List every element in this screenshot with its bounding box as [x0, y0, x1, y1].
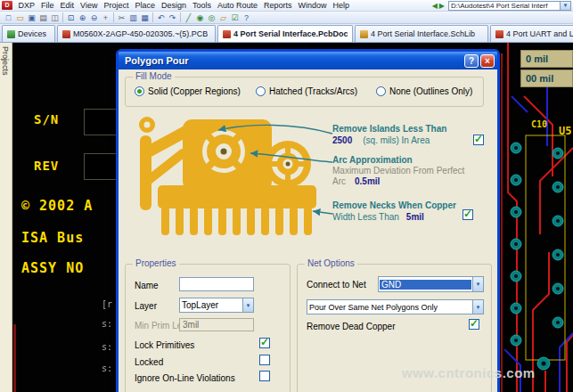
place-polygon-icon[interactable]: ▱ — [217, 12, 229, 23]
save-icon[interactable]: ▣ — [26, 12, 37, 23]
new-document-icon[interactable]: □ — [3, 12, 14, 23]
menu-place[interactable]: Place — [132, 1, 159, 10]
tab-schlib[interactable]: 4 Port Serial Interface.SchLib — [355, 25, 488, 42]
lock-primitives-checkbox[interactable] — [259, 338, 270, 348]
ignore-violations-label: Ignore On-Line Violations — [135, 373, 235, 383]
menu-tools[interactable]: Tools — [189, 1, 214, 10]
place-via-icon[interactable]: ◎ — [206, 12, 217, 23]
radio-hatched-label: Hatched (Tracks/Arcs) — [269, 86, 357, 96]
pour-over-combo[interactable]: Pour Over Same Net Polygons Only ▼ — [307, 299, 484, 314]
dialog-body: Fill Mode Solid (Copper Regions) Hatched… — [119, 69, 497, 392]
print-preview-icon[interactable]: ◫ — [49, 12, 61, 23]
coordinate-readout: 00 mil — [520, 69, 573, 87]
polygon-preview: Remove Islands Less Than 2500(sq. mils) … — [126, 110, 490, 262]
tab-pcb-file[interactable]: M0560X-2AGP-450-020305.~(5).PCB — [57, 25, 216, 42]
pcb-document-icon — [62, 30, 70, 38]
dialog-title-bar[interactable]: Polygon Pour ? × — [119, 52, 497, 69]
cross-probe-icon[interactable]: + — [100, 12, 111, 23]
copy-icon[interactable]: ▥ — [127, 12, 139, 23]
open-folder-icon[interactable]: ▭ — [14, 12, 26, 23]
undo-icon[interactable]: ↶ — [155, 12, 167, 23]
back-icon[interactable]: ◀ — [432, 2, 438, 10]
tab-uart[interactable]: 4 Port UART and Line Drivers... — [490, 25, 573, 42]
help-icon[interactable]: ? — [241, 12, 252, 23]
lock-primitives-label: Lock Primitives — [135, 340, 194, 350]
schematic-library-icon — [360, 30, 368, 38]
pour-over-value: Pour Over Same Net Polygons Only — [307, 303, 472, 312]
main-toolbar: □ ▭ ▣ ▤ ◫ ⊡ ⊕ ⊖ + ✂ ▥ ▦ ↶ ↷ ╱ ◉ ◎ ▱ ☑ ? — [0, 12, 573, 24]
coordinate-readout: 0 mil — [520, 50, 573, 68]
properties-label: Properties — [133, 258, 179, 268]
menu-view[interactable]: View — [78, 1, 101, 10]
dxp-logo-icon[interactable]: D — [2, 1, 12, 10]
tab-devices[interactable]: Devices — [2, 25, 55, 42]
silkscreen-u5: U5 — [559, 125, 571, 137]
zoom-out-icon[interactable]: ⊖ — [88, 12, 100, 23]
pcb-text-isa-bus: ISA Bus — [21, 230, 84, 246]
menu-window[interactable]: Window — [295, 1, 330, 10]
menu-auto-route[interactable]: Auto Route — [214, 1, 260, 10]
menu-help[interactable]: Help — [330, 1, 353, 10]
net-options-label: Net Options — [305, 258, 357, 268]
print-icon[interactable]: ▤ — [37, 12, 49, 23]
radio-hatched-control[interactable] — [256, 86, 266, 96]
locked-checkbox[interactable] — [259, 355, 270, 365]
place-pad-icon[interactable]: ◉ — [194, 12, 206, 23]
arc-approximation-line: Maximum Deviation From Perfect — [332, 166, 464, 176]
tab-pcbdoc[interactable]: 4 Port Serial Interface.PcbDoc — [217, 25, 353, 42]
connect-net-combo[interactable]: GND ▼ — [378, 276, 484, 292]
zoom-window-icon[interactable]: ⊡ — [65, 12, 77, 23]
pcb-document-icon — [223, 30, 231, 38]
menu-design[interactable]: Design — [158, 1, 189, 10]
zoom-in-icon[interactable]: ⊕ — [77, 12, 88, 23]
place-line-icon[interactable]: ╱ — [183, 12, 194, 23]
document-path-value: D:\Audotest\4 Port Serial Interf — [449, 2, 560, 10]
menu-project[interactable]: Project — [101, 1, 132, 10]
pcb-text-partial: s: — [102, 342, 112, 352]
dialog-help-button[interactable]: ? — [464, 54, 479, 68]
menu-edit[interactable]: Edit — [57, 1, 78, 10]
chevron-down-icon[interactable]: ▼ — [472, 300, 483, 314]
menu-file[interactable]: File — [38, 1, 58, 10]
radio-none-control[interactable] — [376, 86, 386, 96]
remove-necks-title: Remove Necks When Copper — [332, 200, 456, 210]
pcb-text-partial: s: — [102, 363, 112, 373]
forward-icon[interactable]: ▶ — [439, 2, 445, 10]
radio-none[interactable]: None (Outlines Only) — [376, 86, 472, 96]
radio-solid-control[interactable] — [135, 86, 144, 96]
polygon-pour-dialog: Polygon Pour ? × Fill Mode Solid (Copper… — [116, 49, 500, 392]
toolbar-separator — [180, 12, 181, 22]
necks-width-value[interactable]: 5mil — [406, 212, 424, 222]
radio-solid[interactable]: Solid (Copper Regions) — [135, 86, 241, 96]
chevron-down-icon[interactable]: ▼ — [472, 277, 483, 291]
pcb-text-rev: REV — [34, 159, 59, 173]
name-label: Name — [135, 281, 159, 290]
remove-dead-copper-checkbox[interactable] — [469, 319, 479, 330]
min-prim-length-field: 3mil — [179, 318, 254, 331]
layer-combo[interactable]: TopLayer ▼ — [179, 298, 254, 313]
menu-reports[interactable]: Reports — [261, 1, 296, 10]
polygon-name-input[interactable] — [179, 277, 254, 291]
radio-hatched[interactable]: Hatched (Tracks/Arcs) — [256, 86, 357, 96]
connect-net-value: GND — [380, 280, 471, 290]
necks-value-row: Width Less Than5mil — [332, 212, 424, 222]
chevron-down-icon[interactable]: ▼ — [560, 2, 570, 10]
chevron-down-icon[interactable]: ▼ — [242, 298, 253, 312]
cut-icon[interactable]: ✂ — [116, 12, 127, 23]
pcb-text-copyright: © 2002 A — [21, 198, 93, 214]
remove-islands-value[interactable]: 2500 — [332, 135, 352, 145]
remove-necks-checkbox[interactable] — [462, 209, 473, 220]
menu-dxp[interactable]: DXP — [15, 1, 38, 10]
redo-icon[interactable]: ↷ — [167, 12, 178, 23]
document-path-combo[interactable]: D:\Audotest\4 Port Serial Interf ▼ — [448, 1, 571, 11]
paste-icon[interactable]: ▦ — [139, 12, 151, 23]
design-rules-icon[interactable]: ☑ — [229, 12, 241, 23]
arc-deviation-value[interactable]: 0.5mil — [355, 176, 380, 186]
projects-panel-tab[interactable]: Projects — [0, 43, 12, 392]
arc-approximation-title: Arc Approximation — [332, 155, 413, 165]
ignore-violations-checkbox[interactable] — [259, 371, 270, 381]
silkscreen-c10: C10 — [531, 119, 547, 129]
close-icon[interactable]: × — [480, 54, 495, 68]
remove-islands-checkbox[interactable] — [473, 135, 484, 145]
tab-label: 4 Port Serial Interface.SchLib — [371, 29, 475, 38]
